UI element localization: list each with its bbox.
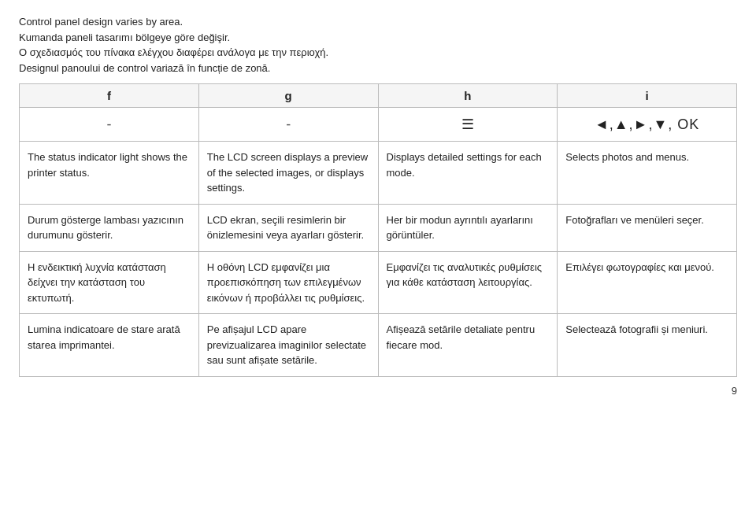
cell-f-2: Η ενδεικτική λυχνία κατάσταση δείχνει τη…	[20, 251, 199, 314]
cell-h-3: Afișează setările detaliate pentru fieca…	[378, 314, 558, 377]
table-row: Lumina indicatoare de stare arată starea…	[20, 314, 737, 377]
cell-h-1: Her bir modun ayrıntılı ayarlarını görün…	[378, 204, 558, 251]
table-row: Η ενδεικτική λυχνία κατάσταση δείχνει τη…	[20, 251, 737, 314]
cell-f-0: The status indicator light shows the pri…	[20, 142, 199, 205]
intro-line: Ο σχεδιασμός του πίνακα ελέγχου διαφέρει…	[19, 45, 737, 61]
cell-g-2: Η οθόνη LCD εμφανίζει μια προεπισκόπηση …	[198, 251, 378, 314]
cell-f-3: Lumina indicatoare de stare arată starea…	[20, 314, 199, 377]
cell-i-3: Selectează fotografii și meniuri.	[558, 314, 737, 377]
symbol-f: -	[20, 108, 199, 142]
intro-line: Control panel design varies by area.	[19, 14, 737, 30]
cell-g-0: The LCD screen displays a preview of the…	[198, 142, 378, 205]
cell-g-3: Pe afișajul LCD apare previzualizarea im…	[198, 314, 378, 377]
cell-i-1: Fotoğrafları ve menüleri seçer.	[558, 204, 737, 251]
cell-h-2: Εμφανίζει τις αναλυτικές ρυθμίσεις για κ…	[378, 251, 558, 314]
cell-g-1: LCD ekran, seçili resimlerin bir önizlem…	[198, 204, 378, 251]
symbol-g: -	[198, 108, 378, 142]
col-header-f: f	[20, 84, 199, 108]
table-row: Durum gösterge lambası yazıcının durumun…	[20, 204, 737, 251]
col-header-g: g	[198, 84, 378, 108]
cell-i-2: Επιλέγει φωτογραφίες και μενού.	[558, 251, 737, 314]
cell-h-0: Displays detailed settings for each mode…	[378, 142, 558, 205]
col-header-h: h	[378, 84, 558, 108]
symbol-row: - - ☰ ◄,▲,►,▼, OK	[20, 108, 737, 142]
intro-section: Control panel design varies by area.Kuma…	[19, 14, 737, 76]
intro-line: Kumanda paneli tasarımı bölgeye göre değ…	[19, 30, 737, 46]
symbol-i: ◄,▲,►,▼, OK	[558, 108, 737, 142]
symbol-h: ☰	[378, 108, 558, 142]
page-number: 9	[19, 385, 737, 397]
table-row: The status indicator light shows the pri…	[20, 142, 737, 205]
header-row: f g h i	[20, 84, 737, 108]
intro-line: Designul panoului de control variază în …	[19, 61, 737, 76]
main-table: f g h i - - ☰ ◄,▲,►,▼, OK The status ind…	[19, 83, 737, 377]
cell-i-0: Selects photos and menus.	[558, 142, 737, 205]
cell-f-1: Durum gösterge lambası yazıcının durumun…	[20, 204, 199, 251]
col-header-i: i	[558, 84, 737, 108]
